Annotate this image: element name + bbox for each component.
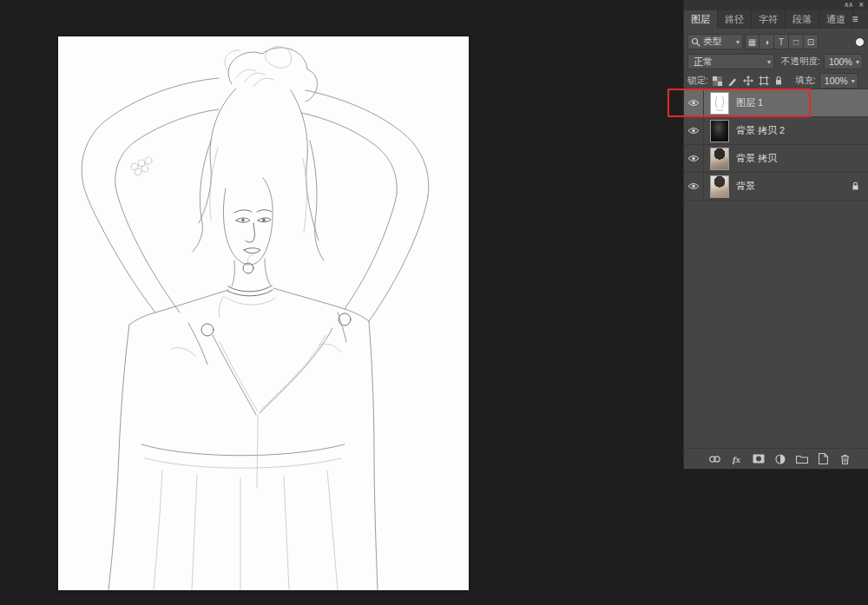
close-panel-icon[interactable]: × [858,0,864,10]
layer-style-icon[interactable]: fx [730,452,743,465]
link-layers-icon[interactable] [708,452,721,465]
layer-thumbnail[interactable] [710,120,729,142]
layers-bottom-toolbar: fx [684,448,868,469]
chevron-down-icon: ▾ [853,58,862,66]
tab-character[interactable]: 字符 [752,10,786,29]
new-group-icon[interactable] [795,452,808,465]
lock-all-icon[interactable] [774,76,783,86]
opacity-dropdown[interactable]: 100% ▾ [824,54,863,69]
eye-icon [687,127,700,135]
photoshop-workspace: ∧∧ × 图层 路径 字符 段落 通道 ≡ 类型 ▾ ▦ ◑ T □ [0,0,868,605]
layers-panel: ∧∧ × 图层 路径 字符 段落 通道 ≡ 类型 ▾ ▦ ◑ T □ [683,0,868,470]
layer-mask-icon[interactable] [752,452,765,465]
lock-fill-row: 锁定: 填充: 100% [687,74,865,88]
tab-layers[interactable]: 图层 [684,10,718,29]
layer-thumbnail[interactable] [710,92,729,115]
tab-paragraph[interactable]: 段落 [786,10,819,29]
visibility-toggle[interactable] [684,89,704,116]
filter-type-layers-icon[interactable]: T [774,34,789,49]
tab-paths[interactable]: 路径 [718,10,752,29]
visibility-toggle[interactable] [684,117,704,144]
filter-adjustment-layers-icon[interactable]: ◑ [760,34,774,49]
blend-mode-value: 正常 [694,56,713,69]
filter-pixel-layers-icon[interactable]: ▦ [745,34,760,49]
filter-shape-layers-icon[interactable]: □ [789,34,804,49]
panel-menu-icon[interactable]: ≡ [847,10,863,29]
lock-artboard-icon[interactable] [759,76,769,86]
filter-kind-label: 类型 [703,36,721,48]
new-layer-icon[interactable] [817,452,830,465]
layer-thumbnail[interactable] [710,148,729,170]
delete-layer-icon[interactable] [838,452,852,465]
visibility-toggle[interactable] [684,173,704,200]
lock-transparent-pixels-icon[interactable] [713,76,722,86]
filter-smart-object-icon[interactable]: ⊡ [804,34,819,49]
filter-type-buttons: ▦ ◑ T □ ⊡ [745,34,819,49]
chevron-down-icon: ▾ [765,58,773,66]
search-icon [691,37,700,47]
layer-filter-row: 类型 ▾ ▦ ◑ T □ ⊡ [687,34,865,49]
layer-name: 背景 拷贝 [736,152,777,165]
document-canvas[interactable] [58,36,469,590]
layer-name: 背景 拷贝 2 [736,124,785,137]
chevron-down-icon: ▾ [849,77,858,85]
lock-image-pixels-icon[interactable] [727,76,738,86]
opacity-value: 100% [829,56,852,67]
panel-title-strip: ∧∧ × [684,0,868,10]
filter-kind-dropdown[interactable]: 类型 ▾ [687,34,743,49]
visibility-toggle[interactable] [684,145,704,172]
collapse-panel-icon[interactable]: ∧∧ [844,0,852,10]
adjustment-layer-icon[interactable] [773,452,786,465]
layer-lock-icon [852,181,859,191]
chevron-down-icon: ▾ [733,38,742,46]
sketch-image [58,36,469,590]
layer-list: 图层 1 背景 拷贝 2 背景 拷贝 [684,89,868,201]
blend-mode-dropdown[interactable]: 正常 ▾ [687,54,774,69]
layer-row-background-copy-2[interactable]: 背景 拷贝 2 [684,117,868,145]
panel-tabbar: 图层 路径 字符 段落 通道 [684,10,868,29]
layer-filter-toggle[interactable] [855,37,865,47]
layer-thumbnail[interactable] [710,175,729,198]
blend-opacity-row: 正常 ▾ 不透明度: 100% ▾ [687,54,865,69]
opacity-label: 不透明度: [781,56,820,68]
eye-icon [687,182,700,190]
fill-dropdown[interactable]: 100% ▾ [819,73,858,89]
lock-label: 锁定: [687,75,708,87]
layer-name: 背景 [736,180,755,193]
lock-position-icon[interactable] [743,76,753,86]
layer-row-background[interactable]: 背景 [684,173,868,201]
eye-icon [687,155,700,162]
layer-row-background-copy[interactable]: 背景 拷贝 [684,145,868,173]
eye-icon [687,99,700,107]
fill-label: 填充: [795,75,816,87]
layer-name: 图层 1 [736,96,763,109]
layer-row-layer-1[interactable]: 图层 1 [684,89,868,117]
fill-value: 100% [825,76,848,86]
